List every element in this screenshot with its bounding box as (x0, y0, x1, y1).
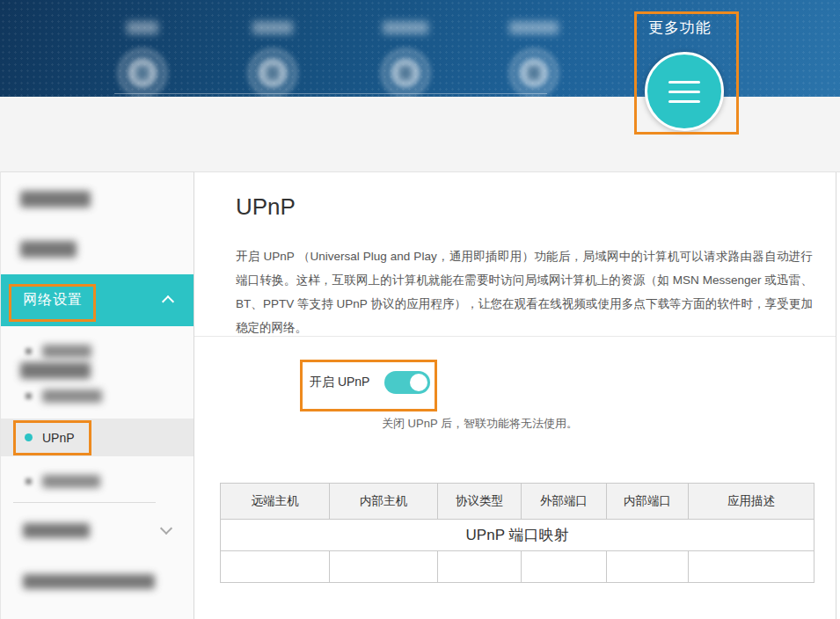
chevron-up-icon (162, 295, 174, 308)
sidebar-item-blurred-wifi[interactable] (23, 523, 90, 538)
sidebar-item-upnp[interactable]: UPnP (1, 419, 194, 456)
table-cell-empty (438, 551, 522, 583)
sidebar-subitem-blurred-1[interactable] (42, 345, 91, 358)
sidebar-item-blurred-1-bar[interactable] (20, 191, 91, 208)
col-protocol-type: 协议类型 (438, 484, 522, 520)
chevron-down-icon (160, 522, 172, 535)
toggle-knob (410, 374, 427, 391)
section-divider (194, 336, 836, 337)
nav-label-blurred (509, 21, 559, 34)
header-nav-item-blurred-1[interactable] (103, 21, 182, 98)
sidebar: 网络设置 UPnP (0, 171, 194, 619)
table-cell-empty (607, 551, 689, 583)
toggle-label: 开启 UPnP (310, 375, 369, 390)
nav-label-blurred (383, 21, 428, 34)
sidebar-subitem-blurred-2[interactable] (42, 390, 102, 403)
main-content-panel: UPnP 开启 UPnP （Universal Plug and Play，通用… (194, 171, 840, 619)
upnp-toggle-switch[interactable] (384, 371, 430, 394)
nav-underline (114, 93, 547, 94)
menu-icon (668, 81, 700, 84)
header-nav-item-blurred-2[interactable] (233, 21, 312, 98)
table-cell-empty (522, 551, 607, 583)
sidebar-item-blurred-2-bar[interactable] (20, 241, 77, 258)
header-nav-item-blurred-4[interactable] (494, 21, 573, 98)
sidebar-section-network-settings[interactable]: 网络设置 (1, 274, 194, 326)
sub-bullet-icon (26, 348, 32, 354)
sidebar-divider (13, 502, 156, 503)
table-cell-empty (689, 551, 814, 583)
table-row (221, 551, 814, 583)
upnp-description: 开启 UPnP （Universal Plug and Play，通用即插即用）… (236, 244, 813, 339)
sidebar-subitem-blurred-3[interactable] (42, 475, 100, 488)
router-admin-page: 更多功能 网络设置 UPnP (0, 0, 840, 619)
home-status-icon (118, 48, 167, 98)
col-app-description: 应用描述 (689, 484, 814, 520)
table-cell-empty (221, 551, 330, 583)
more-functions-button[interactable] (645, 52, 724, 131)
upnp-item-label: UPnP (42, 431, 75, 445)
col-internal-port: 内部端口 (607, 484, 689, 520)
nav-label-blurred (127, 21, 158, 34)
sidebar-item-blurred-1[interactable] (1, 357, 194, 383)
sidebar-item-blurred-long[interactable] (23, 574, 155, 589)
page-title: UPnP (236, 193, 296, 221)
col-remote-host: 远端主机 (221, 484, 330, 520)
col-external-port: 外部端口 (522, 484, 607, 520)
sub-bullet-icon (26, 393, 32, 399)
antenna-icon (509, 48, 559, 98)
panel-right-border (836, 172, 836, 619)
header-nav-item-blurred-3[interactable] (366, 21, 445, 98)
sub-bullet-icon (26, 478, 32, 484)
table-header-row: 远端主机 内部主机 协议类型 外部端口 内部端口 应用描述 (221, 484, 814, 520)
table-title: UPnP 端口映射 (221, 520, 814, 551)
more-functions-label: 更多功能 (648, 18, 724, 38)
col-internal-host: 内部主机 (330, 484, 438, 520)
wifi-icon (381, 48, 430, 98)
table-title-row: UPnP 端口映射 (221, 520, 814, 551)
network-settings-label: 网络设置 (23, 291, 83, 310)
nav-label-blurred (252, 21, 293, 34)
upnp-port-mapping-table: UPnP 端口映射 远端主机 内部主机 协议类型 外部端口 内部端口 应用描述 (220, 483, 814, 583)
upnp-note: 关闭 UPnP 后，智联功能将无法使用。 (382, 416, 578, 432)
active-bullet-icon (25, 433, 33, 441)
table-cell-empty (330, 551, 438, 583)
upnp-toggle-row: 开启 UPnP (310, 368, 430, 397)
device-icon (248, 48, 297, 98)
